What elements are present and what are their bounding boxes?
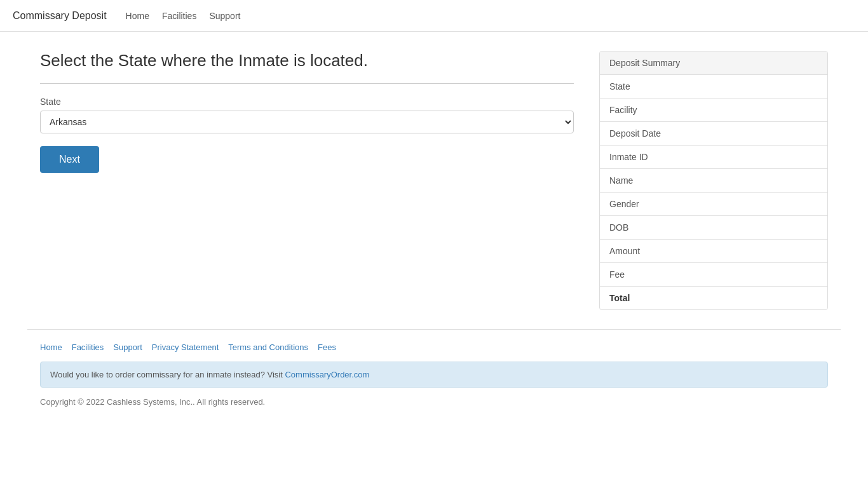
content-area: Select the State where the Inmate is loc… (40, 51, 574, 310)
main-container: Select the State where the Inmate is loc… (27, 32, 841, 329)
summary-label-name: Name (609, 175, 633, 186)
state-label: State (40, 97, 574, 107)
divider (40, 83, 574, 84)
summary-label-amount: Amount (609, 246, 640, 256)
summary-box: Deposit Summary State Facility Deposit D… (599, 51, 828, 310)
summary-label-deposit-date: Deposit Date (609, 128, 661, 139)
sidebar: Deposit Summary State Facility Deposit D… (599, 51, 828, 310)
summary-label-total: Total (609, 293, 630, 303)
summary-row-total: Total (600, 287, 827, 309)
summary-label-gender: Gender (609, 199, 639, 209)
footer: Home Facilities Support Privacy Statemen… (27, 329, 841, 419)
summary-label-fee: Fee (609, 269, 625, 280)
nav-link-home[interactable]: Home (126, 11, 149, 21)
footer-link-facilities[interactable]: Facilities (72, 342, 104, 352)
summary-label-dob: DOB (609, 222, 628, 233)
state-select[interactable]: Alabama Alaska Arizona Arkansas Californ… (40, 111, 574, 133)
footer-link-support[interactable]: Support (113, 342, 142, 352)
footer-banner-link[interactable]: CommissaryOrder.com (285, 370, 369, 379)
summary-row-dob: DOB (600, 216, 827, 240)
footer-links: Home Facilities Support Privacy Statemen… (40, 342, 828, 352)
summary-label-inmate-id: Inmate ID (609, 152, 648, 162)
summary-row-deposit-date: Deposit Date (600, 122, 827, 146)
next-button[interactable]: Next (40, 146, 99, 173)
summary-row-state: State (600, 75, 827, 98)
state-form-group: State Alabama Alaska Arizona Arkansas Ca… (40, 97, 574, 133)
footer-banner: Would you like to order commissary for a… (40, 362, 828, 388)
footer-link-home[interactable]: Home (40, 342, 62, 352)
summary-row-gender: Gender (600, 193, 827, 216)
footer-link-privacy[interactable]: Privacy Statement (152, 342, 219, 352)
summary-label-facility: Facility (609, 105, 637, 115)
summary-header: Deposit Summary (600, 51, 827, 75)
summary-row-name: Name (600, 169, 827, 193)
nav-link-support[interactable]: Support (209, 11, 240, 21)
page-heading: Select the State where the Inmate is loc… (40, 51, 574, 71)
footer-banner-text: Would you like to order commissary for a… (50, 370, 285, 379)
footer-copyright: Copyright © 2022 Cashless Systems, Inc..… (40, 397, 828, 407)
navbar-brand[interactable]: Commissary Deposit (13, 10, 107, 22)
summary-row-fee: Fee (600, 263, 827, 287)
navbar-links: Home Facilities Support (126, 11, 241, 21)
navbar: Commissary Deposit Home Facilities Suppo… (0, 0, 868, 32)
summary-row-inmate-id: Inmate ID (600, 146, 827, 169)
summary-row-amount: Amount (600, 240, 827, 263)
summary-row-facility: Facility (600, 98, 827, 122)
footer-link-terms[interactable]: Terms and Conditions (228, 342, 308, 352)
footer-link-fees[interactable]: Fees (318, 342, 336, 352)
summary-label-state: State (609, 81, 630, 92)
nav-link-facilities[interactable]: Facilities (162, 11, 196, 21)
